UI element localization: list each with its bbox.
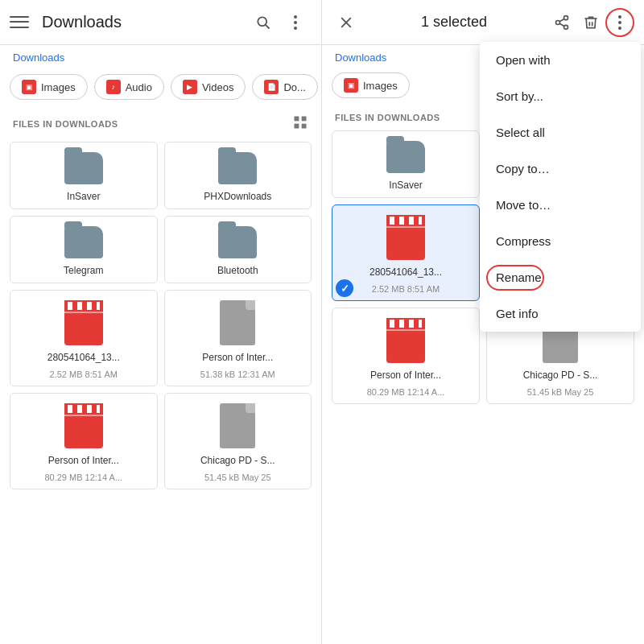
file-name: 280541064_13... [341,266,471,278]
video-icon [386,318,425,363]
left-title: Downloads [42,13,247,31]
menu-item-compress[interactable]: Compress [480,223,641,259]
more-options-button[interactable] [279,6,312,39]
folder-name: InSaver [19,191,149,202]
file-meta: 2.52 MB 8:51 AM [50,369,118,379]
menu-item-move-to[interactable]: Move to… [480,187,641,223]
menu-item-sort-by[interactable]: Sort by... [480,78,641,114]
menu-item-label: Rename [496,270,542,284]
file-name: Person of Inter... [341,369,471,381]
chip-videos-label: Videos [202,81,234,93]
folder-bluetooth[interactable]: Bluetooth [164,216,312,283]
menu-item-label: Sort by... [496,89,543,103]
folder-icon [64,226,103,258]
right-breadcrumb-link[interactable]: Downloads [335,52,386,64]
left-section-header: FILES IN DOWNLOADS [0,106,321,138]
menu-item-copy-to[interactable]: Copy to… [480,151,641,187]
menu-item-open-with[interactable]: Open with [480,42,641,78]
chip-images-label: Images [363,80,398,92]
left-breadcrumb: Downloads [0,45,321,69]
file-name: Person of Inter... [19,455,149,466]
audio-chip-icon: ♪ [106,80,121,94]
svg-point-0 [258,17,266,26]
context-menu: Open with Sort by... Select all Copy to…… [480,42,641,332]
right-video-file-2[interactable]: Person of Inter... 80.29 MB 12:14 A... [332,308,480,404]
svg-point-10 [564,25,568,29]
menu-item-label: Select all [496,126,545,139]
svg-point-9 [556,20,560,24]
selected-file-wrapper: 280541064_13... 2.52 MB 8:51 AM [332,204,480,301]
folder-icon [386,141,425,173]
menu-item-select-all[interactable]: Select all [480,114,641,151]
chip-docs[interactable]: 📄 Do... [252,74,317,100]
left-panel: Downloads Downloads ▣ Images ♪ Audio ▶ V [0,0,322,644]
folder-icon [64,152,103,184]
menu-item-rename[interactable]: Rename [480,259,641,295]
video-file-1[interactable]: 280541064_13... 2.52 MB 8:51 AM [10,290,158,386]
left-section-title: FILES IN DOWNLOADS [13,119,118,129]
right-panel: 1 selected Downloads [322,0,644,644]
chip-audio[interactable]: ♪ Audio [94,74,164,100]
chip-images[interactable]: ▣ Images [10,74,88,100]
right-section-title: FILES IN DOWNLOADS [335,113,440,122]
video-icon [64,403,103,448]
docs-chip-icon: 📄 [264,80,279,94]
menu-item-label: Move to… [496,198,551,212]
file-name: Person of Inter... [173,352,303,363]
svg-rect-3 [302,117,307,122]
left-header: Downloads [0,0,321,45]
search-button[interactable] [247,6,279,39]
hamburger-icon[interactable] [10,13,29,32]
menu-item-label: Copy to… [496,162,550,175]
close-button[interactable] [332,8,361,37]
share-button[interactable] [547,8,576,37]
file-name: 280541064_13... [19,352,149,363]
selection-checkmark [336,279,353,297]
svg-point-8 [564,15,568,19]
svg-rect-4 [295,124,299,129]
folder-name: InSaver [341,180,471,191]
folder-name: PHXDownloads [173,191,303,202]
images-chip-icon: ▣ [344,78,358,93]
delete-button[interactable] [576,8,605,37]
doc-file-1[interactable]: Person of Inter... 51.38 kB 12:31 AM [164,290,312,386]
menu-item-get-info[interactable]: Get info [480,295,641,332]
selected-video-file[interactable]: 280541064_13... 2.52 MB 8:51 AM [332,204,480,301]
video-file-2[interactable]: Person of Inter... 80.29 MB 12:14 A... [10,393,158,489]
view-toggle-icon[interactable] [292,114,308,134]
breadcrumb-link[interactable]: Downloads [13,52,64,64]
svg-line-11 [559,23,564,26]
right-folder-insaver[interactable]: InSaver [332,130,480,198]
menu-item-label: Get info [496,307,539,320]
chip-docs-label: Do... [283,81,305,93]
folder-insaver[interactable]: InSaver [10,142,158,209]
file-name: Chicago PD - S... [173,455,303,466]
doc-icon [220,403,255,448]
folder-telegram[interactable]: Telegram [10,216,158,283]
chip-images-label: Images [41,81,76,93]
video-icon [386,215,425,260]
svg-rect-2 [295,117,299,122]
folder-phxdownloads[interactable]: PHXDownloads [164,142,312,209]
svg-line-12 [559,19,564,21]
file-meta: 51.45 kB May 25 [527,387,594,397]
file-meta: 51.38 kB 12:31 AM [200,369,275,379]
file-meta: 51.45 kB May 25 [204,473,271,482]
doc-file-2[interactable]: Chicago PD - S... 51.45 kB May 25 [164,393,312,489]
images-chip-icon: ▣ [22,80,36,94]
left-filter-chips: ▣ Images ♪ Audio ▶ Videos 📄 Do... [0,69,321,106]
svg-line-1 [266,24,270,28]
menu-item-label: Compress [496,234,551,248]
three-dots-icon [618,15,621,30]
menu-item-label: Open with [496,53,551,67]
file-meta: 80.29 MB 12:14 A... [367,387,445,397]
doc-icon [220,300,255,345]
chip-videos[interactable]: ▶ Videos [171,74,246,100]
left-files-grid: InSaver PHXDownloads Telegram Bluetooth … [0,138,321,493]
more-options-circle-button[interactable] [605,8,634,37]
folder-name: Telegram [19,265,149,276]
file-name: Chicago PD - S... [495,369,625,381]
right-chip-images[interactable]: ▣ Images [332,72,410,98]
file-meta: 2.52 MB 8:51 AM [372,284,440,294]
folder-icon [218,152,257,184]
